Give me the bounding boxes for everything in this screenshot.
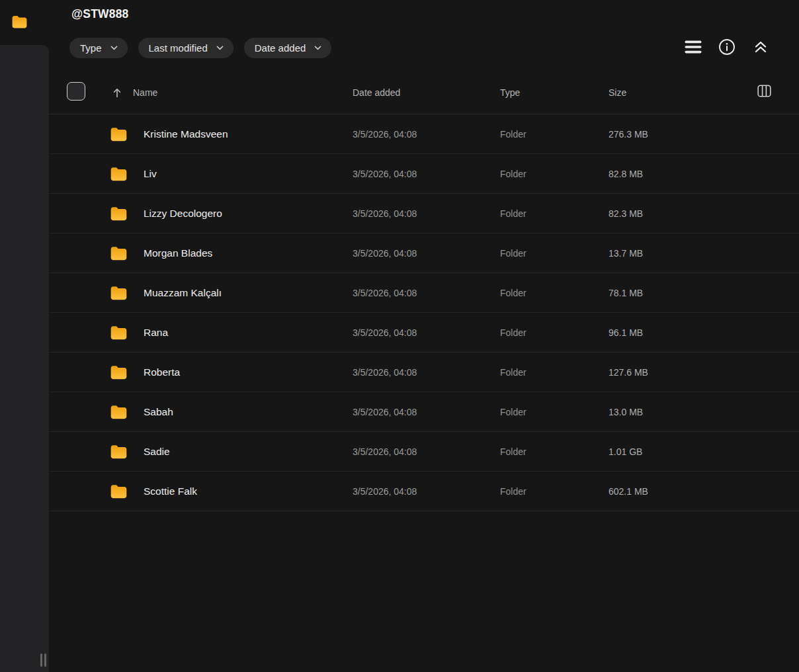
chevron-down-icon xyxy=(109,43,119,53)
row-type: Folder xyxy=(500,248,526,259)
column-header-date-added[interactable]: Date added xyxy=(353,87,400,98)
folder-icon xyxy=(110,364,128,380)
table-body: Kristine Madsveen 3/5/2026, 04:08 Folder… xyxy=(49,114,799,511)
filter-bar: Type Last modified Date added xyxy=(69,38,331,58)
row-date-added: 3/5/2026, 04:08 xyxy=(353,367,417,378)
table-row[interactable]: Sadie 3/5/2026, 04:08 Folder 1.01 GB xyxy=(49,432,799,472)
row-name: Liv xyxy=(144,168,157,180)
row-name: Lizzy Decologero xyxy=(144,208,222,220)
filter-date-added-label: Date added xyxy=(255,42,306,54)
list-view-icon xyxy=(685,39,702,57)
row-date-added: 3/5/2026, 04:08 xyxy=(353,327,417,338)
row-size: 276.3 MB xyxy=(609,129,648,140)
table-row[interactable]: Scottie Falk 3/5/2026, 04:08 Folder 602.… xyxy=(49,472,799,511)
folder-icon xyxy=(110,483,128,499)
filter-last-modified[interactable]: Last modified xyxy=(138,38,233,58)
row-name: Roberta xyxy=(144,366,180,378)
columns-icon xyxy=(757,85,771,99)
row-date-added: 3/5/2026, 04:08 xyxy=(353,248,417,259)
row-name: Morgan Blades xyxy=(144,247,212,259)
collapse-button[interactable] xyxy=(751,39,769,57)
info-button[interactable] xyxy=(718,39,736,57)
row-date-added: 3/5/2026, 04:08 xyxy=(353,288,417,298)
collapse-up-icon xyxy=(753,40,769,56)
view-toolbar xyxy=(684,39,769,57)
folder-icon xyxy=(110,285,128,301)
row-date-added: 3/5/2026, 04:08 xyxy=(353,446,417,457)
row-size: 13.7 MB xyxy=(609,248,643,259)
table-row[interactable]: Rana 3/5/2026, 04:08 Folder 96.1 MB xyxy=(49,313,799,353)
row-type: Folder xyxy=(500,288,526,298)
row-date-added: 3/5/2026, 04:08 xyxy=(353,169,417,179)
row-size: 96.1 MB xyxy=(609,327,643,338)
column-header-type[interactable]: Type xyxy=(500,87,520,98)
page-title: @STW888 xyxy=(71,7,129,21)
list-view-button[interactable] xyxy=(684,39,702,57)
app-logo-button[interactable] xyxy=(0,0,49,45)
row-type: Folder xyxy=(500,446,526,457)
row-date-added: 3/5/2026, 04:08 xyxy=(353,129,417,140)
folder-icon xyxy=(110,206,128,222)
row-date-added: 3/5/2026, 04:08 xyxy=(353,407,417,417)
row-type: Folder xyxy=(500,129,526,140)
row-name: Sabah xyxy=(144,406,173,418)
file-table: Name Date added Type Size Kristine Madsv… xyxy=(49,73,799,511)
column-header-size[interactable]: Size xyxy=(609,87,626,98)
folder-icon xyxy=(110,404,128,420)
row-type: Folder xyxy=(500,407,526,417)
row-name: Muazzam Kalçalı xyxy=(144,287,222,299)
table-header: Name Date added Type Size xyxy=(49,73,799,114)
table-row[interactable]: Kristine Madsveen 3/5/2026, 04:08 Folder… xyxy=(49,114,799,154)
filter-last-modified-label: Last modified xyxy=(149,42,208,54)
row-type: Folder xyxy=(500,327,526,338)
folder-icon xyxy=(11,15,28,31)
row-type: Folder xyxy=(500,367,526,378)
row-name: Rana xyxy=(144,327,168,339)
chevron-down-icon xyxy=(313,43,323,53)
filter-type[interactable]: Type xyxy=(69,38,128,58)
sidebar-resize-handle[interactable] xyxy=(40,653,46,667)
info-icon xyxy=(718,38,736,58)
row-size: 82.3 MB xyxy=(609,208,643,219)
row-date-added: 3/5/2026, 04:08 xyxy=(353,486,417,497)
row-name: Scottie Falk xyxy=(144,485,197,497)
sidebar xyxy=(0,45,49,672)
row-type: Folder xyxy=(500,486,526,497)
folder-icon xyxy=(110,126,128,142)
filter-type-label: Type xyxy=(80,42,102,54)
file-manager-window: @STW888 Type Last modified Date added xyxy=(0,0,799,672)
row-size: 13.0 MB xyxy=(609,407,643,417)
row-date-added: 3/5/2026, 04:08 xyxy=(353,208,417,219)
column-header-name[interactable]: Name xyxy=(133,87,157,98)
row-name: Kristine Madsveen xyxy=(144,128,228,140)
row-size: 78.1 MB xyxy=(609,288,643,298)
table-row[interactable]: Morgan Blades 3/5/2026, 04:08 Folder 13.… xyxy=(49,233,799,273)
folder-icon xyxy=(110,245,128,261)
row-size: 1.01 GB xyxy=(609,446,642,457)
row-size: 602.1 MB xyxy=(609,486,648,497)
row-type: Folder xyxy=(500,208,526,219)
table-row[interactable]: Sabah 3/5/2026, 04:08 Folder 13.0 MB xyxy=(49,392,799,432)
row-size: 82.8 MB xyxy=(609,169,643,179)
folder-icon xyxy=(110,166,128,182)
row-name: Sadie xyxy=(144,446,170,458)
table-row[interactable]: Muazzam Kalçalı 3/5/2026, 04:08 Folder 7… xyxy=(49,273,799,313)
table-row[interactable]: Lizzy Decologero 3/5/2026, 04:08 Folder … xyxy=(49,194,799,233)
filter-date-added[interactable]: Date added xyxy=(244,38,332,58)
select-all-checkbox[interactable] xyxy=(67,82,85,101)
table-row[interactable]: Roberta 3/5/2026, 04:08 Folder 127.6 MB xyxy=(49,353,799,392)
column-settings-button[interactable] xyxy=(755,83,773,101)
row-size: 127.6 MB xyxy=(609,367,648,378)
chevron-down-icon xyxy=(215,43,225,53)
table-row[interactable]: Liv 3/5/2026, 04:08 Folder 82.8 MB xyxy=(49,154,799,194)
sort-ascending-icon[interactable] xyxy=(112,87,122,101)
row-type: Folder xyxy=(500,169,526,179)
folder-icon xyxy=(110,444,128,460)
folder-icon xyxy=(110,325,128,341)
